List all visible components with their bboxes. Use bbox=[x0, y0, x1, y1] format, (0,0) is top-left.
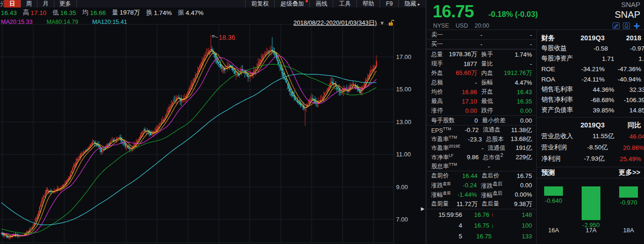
low-label: 低 bbox=[52, 8, 59, 17]
quote-row: 买一-- bbox=[427, 40, 536, 49]
financial-row: 销售毛利率44.36%32.33% bbox=[537, 84, 644, 95]
trade-price-value: 16.75 bbox=[474, 222, 490, 229]
turnover-value: 1.74% bbox=[154, 9, 172, 16]
alert-bell-icon[interactable] bbox=[623, 22, 630, 29]
fin-col-period1: 2019Q3 bbox=[563, 34, 605, 42]
quote-value: 16.44 bbox=[449, 172, 478, 179]
income-yoy-value: 25.49% bbox=[605, 155, 641, 163]
fin-metric-label: 销售毛利率 bbox=[541, 85, 573, 94]
quote-value: 1912.76万 bbox=[493, 69, 532, 77]
quote-value: 1978.36万 bbox=[443, 50, 477, 59]
quote-value: 16.35 bbox=[493, 98, 532, 105]
down-arrow-icon: ↓ bbox=[489, 222, 494, 229]
trade-price-value: 16.75 bbox=[476, 233, 492, 240]
fin-value: -68.68% bbox=[573, 96, 614, 104]
quote-row: 现手1877量比- bbox=[427, 59, 536, 68]
quote-section: 每手股数0最小价差0.00 bbox=[427, 116, 536, 126]
super-overlay-label: 超级叠加 bbox=[280, 0, 304, 7]
quote-value: 16.75 bbox=[499, 172, 532, 179]
tab-monthly[interactable]: 月 bbox=[37, 0, 54, 7]
quote-value: 13.68亿 bbox=[504, 135, 532, 143]
notification-dot-icon bbox=[306, 0, 308, 2]
quote-value: -1.44% bbox=[451, 191, 477, 198]
stock-app-window: 分 日 周 月 更多 前复权 超级叠加 画线 工具 帮助 F9 隐藏 ▸ 16.… bbox=[0, 0, 644, 244]
price-change: -0.18% (-0.03) bbox=[488, 10, 538, 19]
stock-name: SNAP bbox=[615, 9, 640, 20]
forecast-category: 18A bbox=[612, 227, 644, 234]
unlock-icon[interactable] bbox=[388, 20, 395, 26]
more-link[interactable]: 更多>> bbox=[619, 168, 640, 177]
quote-label: 买一 bbox=[431, 40, 443, 48]
trade-row: 516.75133 bbox=[427, 231, 536, 242]
f9-button[interactable]: F9 bbox=[380, 0, 398, 7]
date-range-label[interactable]: 2018/08/22-2020/01/03(343日) bbox=[293, 19, 377, 27]
quote-row: EPSTTM-0.72流通盘11.38亿 bbox=[427, 126, 536, 134]
fin-metric-label: 销售净利率 bbox=[541, 96, 573, 104]
super-overlay-button[interactable]: 超级叠加 bbox=[274, 0, 309, 7]
financial-row: 每股净资产1.711.89 bbox=[537, 53, 644, 64]
quote-row: 盘前量11.72万盘后量9.38万 bbox=[427, 200, 536, 209]
quote-label: 总股本 bbox=[486, 135, 504, 143]
trade-row: 416.75 ↓100 bbox=[427, 220, 536, 231]
quote-value: 17.10 bbox=[443, 98, 477, 105]
toolbar: 分 日 周 月 更多 前复权 超级叠加 画线 工具 帮助 F9 隐藏 ▸ bbox=[0, 0, 426, 7]
quote-label: 流通值 bbox=[488, 144, 506, 152]
quote-label: 最高 bbox=[431, 97, 443, 105]
draw-line-button[interactable]: 画线 bbox=[309, 0, 333, 7]
financial-row: ROE-34.21%-47.36% bbox=[537, 64, 644, 74]
quote-label: 涨跌盘后 bbox=[481, 181, 502, 190]
quote-row: 均价16.86开盘16.43 bbox=[427, 87, 536, 96]
forecast-value: -0.640 bbox=[537, 197, 570, 204]
quote-value: 0.00 bbox=[502, 182, 532, 189]
quote-label: 最低 bbox=[481, 97, 493, 105]
trade-volume: 148 bbox=[506, 211, 532, 218]
amplitude-label: 振 bbox=[178, 8, 185, 17]
quote-value: - bbox=[460, 145, 484, 152]
income-value: 11.55亿 bbox=[573, 132, 614, 140]
quote-value: 11.72万 bbox=[449, 200, 478, 208]
quote-label: 涨幅盘后 bbox=[481, 190, 502, 200]
quote-value: -0.24 bbox=[451, 182, 477, 189]
quote-value: - bbox=[443, 41, 482, 48]
tab-more[interactable]: 更多 bbox=[54, 0, 77, 7]
quote-value: 0 bbox=[455, 117, 478, 124]
tab-partial[interactable]: 分 bbox=[0, 0, 4, 7]
quote-row: 市净率LF9.86总市值2229亿 bbox=[427, 153, 536, 162]
tab-daily[interactable]: 日 bbox=[4, 0, 21, 7]
quote-value: 0.00 bbox=[506, 117, 532, 124]
forecast-bar bbox=[582, 186, 600, 220]
ma120-legend: MA120:15.41 bbox=[92, 19, 127, 25]
quote-label: 涨跌盘前 bbox=[431, 181, 451, 190]
quote-label: 现手 bbox=[431, 60, 443, 68]
income-value: -8.50亿 bbox=[567, 143, 608, 152]
fin-value: 1.89 bbox=[614, 55, 644, 62]
financial-panel: 财务2019Q32018每股收益-0.58-0.97每股净资产1.711.89R… bbox=[536, 30, 644, 244]
svg-text:17.00: 17.00 bbox=[396, 53, 412, 60]
fin-metric-label: 每股收益 bbox=[541, 44, 567, 52]
ma60-legend: MA60:14.79 bbox=[46, 19, 78, 25]
quote-row: 股息率TTM- bbox=[427, 162, 536, 171]
panel-collapse-handle[interactable]: ▶ bbox=[421, 206, 425, 211]
fin-value: -24.11% bbox=[563, 76, 605, 83]
hide-button[interactable]: 隐藏 ▸ bbox=[398, 0, 426, 7]
candlestick-chart[interactable]: 17.0015.0013.0011.009.007.0018.36 bbox=[0, 0, 426, 244]
quote-label: 流通盘 bbox=[483, 126, 501, 134]
svg-text:18.36: 18.36 bbox=[219, 34, 235, 41]
tab-weekly[interactable]: 周 bbox=[21, 0, 38, 7]
financial-table: 财务2019Q32018每股收益-0.58-0.97每股净资产1.711.89R… bbox=[537, 30, 644, 118]
date-range-control[interactable]: 2018/08/22-2020/01/03(343日) ▼ bbox=[293, 19, 395, 27]
edit-icon[interactable] bbox=[613, 22, 620, 29]
quote-detail-table: 卖一--买一--总量1978.36万换手1.74%现手1877量比-外盘65.6… bbox=[427, 30, 536, 242]
quote-row: 外盘65.60万内盘1912.76万 bbox=[427, 68, 536, 78]
add-to-watchlist-icon[interactable] bbox=[633, 22, 640, 29]
quote-label: EPSTTM bbox=[431, 126, 451, 134]
tools-button[interactable]: 工具 bbox=[333, 0, 356, 7]
date-dropdown-icon[interactable]: ▼ bbox=[380, 20, 385, 26]
quote-label: 总额 bbox=[431, 79, 443, 87]
forward-adjust-button[interactable]: 前复权 bbox=[245, 0, 275, 7]
help-button[interactable]: 帮助 bbox=[356, 0, 380, 7]
quote-value: 191亿 bbox=[505, 144, 532, 152]
quote-label: 涨幅盘前 bbox=[431, 191, 451, 199]
quote-label: 换手 bbox=[481, 51, 493, 59]
quote-label: 股息率TTM bbox=[431, 162, 457, 170]
